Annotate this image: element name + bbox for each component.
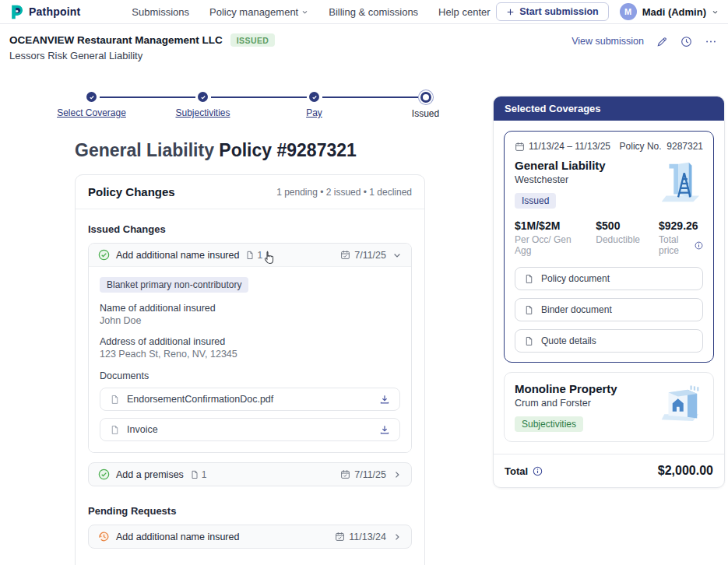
- company-name: OCEANVIEW Restaurant Management LLC: [9, 34, 223, 46]
- change-row-meta: 11/13/24: [335, 532, 402, 542]
- button-label: Quote details: [541, 335, 596, 346]
- top-nav: Pathpoint Submissions Policy management …: [0, 0, 728, 24]
- stat-label-text: Total price: [659, 234, 692, 256]
- policy-changes-header: Policy Changes 1 pending • 2 issued • 1 …: [76, 175, 424, 209]
- page-title-coverage: General Liability: [75, 140, 214, 160]
- stat-value: $929.26: [659, 219, 703, 232]
- header-left: OCEANVIEW Restaurant Management LLC ISSU…: [9, 33, 275, 61]
- endorsement-type-badge: Blanket primary non-contributory: [100, 277, 248, 293]
- pathpoint-logo-icon: [9, 5, 24, 19]
- status-badge: ISSUED: [230, 33, 276, 47]
- change-row-meta: 7/11/25: [340, 250, 402, 261]
- policy-dates-value: 11/13/24 – 11/13/25: [529, 141, 610, 152]
- avatar: M: [620, 3, 637, 20]
- step-complete-icon: [309, 92, 319, 102]
- stat-total-price: $929.26 Total price: [659, 219, 703, 256]
- calendar-icon: [340, 469, 350, 479]
- stat-label-text: Deductible: [596, 234, 640, 245]
- policy-dates: 11/13/24 – 11/13/25: [515, 141, 610, 152]
- change-row-header[interactable]: Add additional name insured 1 7/11/25: [89, 244, 411, 266]
- field-label: Name of additional insured: [100, 303, 400, 314]
- chevron-right-icon[interactable]: [392, 532, 402, 542]
- stat-label: Deductible: [596, 234, 640, 245]
- start-submission-button[interactable]: Start submission: [496, 2, 608, 21]
- document-row[interactable]: EndorsementConfirmationDoc.pdf: [100, 388, 400, 411]
- coverage-card-general-liability[interactable]: 11/13/24 – 11/13/25 Policy No. 9287321 G…: [504, 131, 714, 363]
- chevron-down-icon: [712, 9, 719, 16]
- field-value: John Doe: [100, 315, 400, 326]
- policy-changes-summary: 1 pending • 2 issued • 1 declined: [276, 187, 412, 198]
- download-icon[interactable]: [379, 424, 390, 435]
- issued-changes-heading: Issued Changes: [88, 223, 412, 235]
- step-label[interactable]: Select Coverage: [57, 107, 126, 118]
- change-label: Add additional name insured: [116, 532, 239, 542]
- button-label: Policy document: [541, 273, 610, 284]
- coverage-card-monoline-property[interactable]: Monoline Property Crum and Forster Subje…: [504, 372, 714, 442]
- coverage-status-badge: Issued: [515, 193, 556, 209]
- quote-details-button[interactable]: Quote details: [515, 329, 703, 353]
- total-row: Total $2,000.00: [494, 454, 724, 487]
- pending-clock-icon: [98, 531, 110, 542]
- policy-document-button[interactable]: Policy document: [515, 267, 703, 290]
- change-row-meta: 7/11/25: [340, 469, 402, 480]
- stat-value: $500: [596, 219, 640, 232]
- nav-item-submissions[interactable]: Submissions: [132, 6, 189, 18]
- chevron-right-icon[interactable]: [392, 470, 402, 479]
- info-icon[interactable]: [695, 241, 703, 250]
- nav-right: Start submission M Madi (Admin): [496, 2, 719, 21]
- info-icon[interactable]: [533, 466, 543, 476]
- page: Pathpoint Submissions Policy management …: [0, 0, 728, 565]
- user-menu[interactable]: M Madi (Admin): [620, 3, 719, 20]
- total-value: $2,000.00: [658, 464, 713, 478]
- document-row[interactable]: Invoice: [100, 418, 400, 441]
- step-issued: Issued: [370, 92, 481, 119]
- header-actions: View submission: [571, 33, 717, 61]
- document-name: Invoice: [127, 424, 158, 435]
- nav-menu: Submissions Policy management Billing & …: [132, 6, 490, 18]
- view-submission-link[interactable]: View submission: [571, 36, 644, 47]
- chevron-up-icon[interactable]: [392, 251, 402, 260]
- edit-pencil-icon[interactable]: [656, 36, 668, 47]
- more-options-icon[interactable]: [705, 36, 717, 47]
- nav-item-label: Billing & comissions: [329, 6, 418, 18]
- step-complete-icon: [198, 92, 208, 102]
- policy-number-label: Policy No.: [620, 141, 662, 152]
- document-name: EndorsementConfirmationDoc.pdf: [127, 394, 273, 405]
- change-label: Add additional name insured: [116, 250, 239, 261]
- page-title: General Liability Policy #9287321: [75, 140, 425, 161]
- change-item-collapsed[interactable]: Add a premises 1 7/11/25: [88, 462, 412, 486]
- history-clock-icon[interactable]: [681, 36, 692, 47]
- check-circle-icon: [98, 468, 110, 480]
- calendar-icon: [340, 250, 350, 260]
- documents-label: Documents: [100, 370, 400, 381]
- nav-item-billing[interactable]: Billing & comissions: [329, 6, 418, 18]
- coverage-stats: $1M/$2M Per Occ/ Gen Agg $500 Deductible…: [515, 219, 703, 256]
- brand-logo[interactable]: Pathpoint: [9, 5, 80, 19]
- file-icon: [524, 305, 534, 315]
- calendar-icon: [335, 532, 345, 542]
- start-submission-label: Start submission: [519, 6, 598, 17]
- step-label[interactable]: Pay: [306, 107, 322, 118]
- change-date: 7/11/25: [340, 469, 386, 480]
- nav-item-label: Help center: [438, 6, 490, 18]
- calendar-icon: [515, 142, 525, 152]
- nav-item-policy-management[interactable]: Policy management: [209, 6, 308, 18]
- binder-document-button[interactable]: Binder document: [515, 298, 703, 321]
- file-icon: [245, 251, 255, 260]
- download-icon[interactable]: [379, 394, 390, 405]
- nav-item-label: Submissions: [132, 6, 189, 18]
- pending-request-row[interactable]: Add additional name insured 11/13/24: [88, 525, 412, 549]
- button-label: Binder document: [541, 304, 612, 315]
- step-label[interactable]: Subjectivities: [175, 107, 230, 118]
- page-title-policy-number: Policy #9287321: [219, 140, 356, 160]
- pending-requests-heading: Pending Requests: [88, 505, 412, 517]
- policy-changes-title: Policy Changes: [88, 185, 175, 198]
- property-illustration: [660, 384, 704, 426]
- brand-name: Pathpoint: [29, 5, 80, 18]
- change-date: 7/11/25: [340, 250, 386, 261]
- nav-item-help-center[interactable]: Help center: [438, 6, 490, 18]
- change-item-expanded: Add additional name insured 1 7/11/25: [88, 243, 412, 453]
- nav-item-label: Policy management: [209, 6, 298, 18]
- policy-subtitle: Lessors Risk General Liability: [9, 50, 275, 61]
- change-date-value: 7/11/25: [354, 250, 386, 261]
